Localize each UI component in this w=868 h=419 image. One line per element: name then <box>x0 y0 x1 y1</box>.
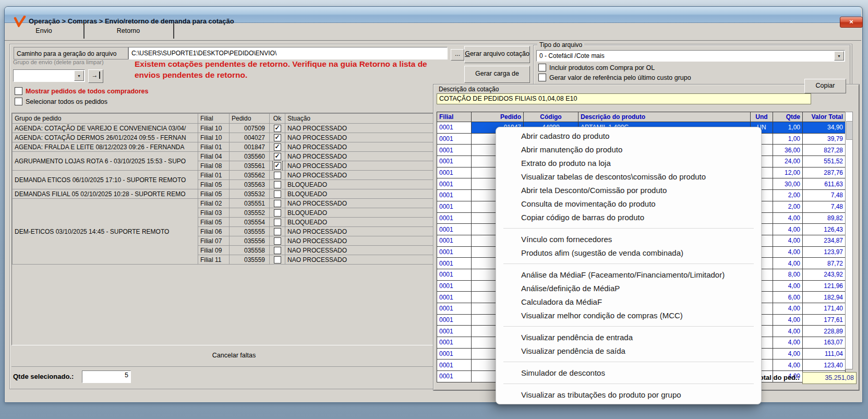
ok-checkbox[interactable] <box>274 181 281 188</box>
context-menu-item[interactable]: Simulador de descontos <box>496 366 761 380</box>
ok-checkbox-cell[interactable] <box>270 180 285 189</box>
checkbox-incluir-ol[interactable]: Incluir produtos com Compra por OL <box>538 64 655 71</box>
cancelar-faltas-button[interactable]: Cancelar faltas <box>11 344 456 367</box>
context-menu-item[interactable]: Extrato do produto na loja <box>496 157 761 170</box>
col-codigo[interactable]: Código <box>524 112 578 122</box>
send-group-combobox[interactable]: ▼ <box>13 69 85 82</box>
tab-envio[interactable]: Envio <box>7 23 80 38</box>
gerar-arquivo-cotacao-button[interactable]: Gerar arquivo cotação <box>464 46 530 63</box>
quote-description-field[interactable]: COTAÇÃO DE PEDIDOS FILIAIS 01,04,08 E10 <box>437 93 811 104</box>
col-pedido[interactable]: Pedido <box>472 112 524 122</box>
order-row[interactable]: AGRUPAMENTO LOJAS ROTA 6 - 03/10/2025 15… <box>13 152 457 161</box>
product-valor-total: 123,40 <box>803 360 846 371</box>
ok-checkbox[interactable] <box>274 228 281 235</box>
col-qtde[interactable]: Qtde <box>773 112 803 122</box>
order-row[interactable]: AGENDA: FRALDA E LEITE 08/12/2023 09:26 … <box>13 142 457 152</box>
col-ok[interactable]: Ok <box>270 114 285 124</box>
ok-checkbox[interactable] <box>274 125 281 132</box>
context-menu-item[interactable]: Análise da MédiaF (Faceamento/Financiame… <box>496 268 761 282</box>
copiar-button[interactable]: Copiar <box>804 79 846 93</box>
order-row[interactable]: DEMANDA ETICOS 06/10/2025 17:10 - SUPORT… <box>13 171 457 180</box>
ok-checkbox-cell[interactable] <box>270 255 285 265</box>
ok-checkbox[interactable] <box>274 247 281 254</box>
checkbox-icon[interactable] <box>538 74 546 81</box>
ok-checkbox-cell[interactable] <box>270 208 285 218</box>
ok-checkbox[interactable] <box>274 162 281 170</box>
chevron-down-icon[interactable]: ▼ <box>74 70 84 81</box>
checkbox-label: Selecionar todos os pedidos <box>26 98 107 105</box>
order-row[interactable]: DEM-ETICOS 03/10/2025 14:45 - SUPORTE RE… <box>13 199 457 208</box>
products-scrollbar[interactable] <box>845 112 853 369</box>
checkbox-valor-referencia[interactable]: Gerar valor de referência pelo último cu… <box>538 74 691 81</box>
col-valor-total[interactable]: Valor Total <box>803 112 846 122</box>
ok-checkbox-cell[interactable] <box>270 236 285 246</box>
ok-checkbox-cell[interactable] <box>270 246 285 255</box>
checkbox-selecionar-todos[interactable]: Selecionar todos os pedidos <box>15 98 107 105</box>
gerar-carga-produtos-button[interactable]: Gerar carga de produtos <box>464 66 530 83</box>
context-menu-item[interactable]: Vínculo com fornecedores <box>496 233 761 246</box>
ok-checkbox[interactable] <box>274 153 281 160</box>
checkbox-icon[interactable] <box>15 87 22 95</box>
ok-checkbox[interactable] <box>274 209 281 217</box>
context-menu-item[interactable]: Abrir tela Desconto/Comissão por produto <box>496 184 761 197</box>
ok-checkbox[interactable] <box>274 256 281 264</box>
ok-checkbox-cell[interactable] <box>270 227 285 236</box>
context-menu-item[interactable]: Visualizar melhor condição de compras (M… <box>496 309 761 322</box>
ok-checkbox-cell[interactable] <box>270 189 285 199</box>
context-menu-item[interactable]: Visualizar as tributações do produto por… <box>496 388 761 402</box>
ok-checkbox-cell[interactable] <box>270 218 285 227</box>
context-menu-item[interactable]: Abrir manutenção do produto <box>496 143 761 157</box>
ok-checkbox-cell[interactable] <box>270 142 285 152</box>
context-menu-item[interactable]: Visualizar pendência de saída <box>496 344 761 358</box>
ok-checkbox[interactable] <box>274 143 281 151</box>
col-descricao[interactable]: Descrição do produto <box>578 112 751 122</box>
products-scrollbar-thumb[interactable] <box>846 121 853 140</box>
checkbox-mostrar-pedidos[interactable]: Mostrar pedidos de todos compradores <box>15 87 148 95</box>
context-menu-item[interactable]: Copiar código de barras do produto <box>496 211 761 224</box>
ok-checkbox[interactable] <box>274 172 281 179</box>
context-menu-item[interactable]: Visualizar tabelas de descontos\comissão… <box>496 170 761 184</box>
menu-separator <box>503 362 754 362</box>
context-menu-item[interactable]: Visualizar pendência de entrada <box>496 331 761 344</box>
ok-checkbox-cell[interactable] <box>270 161 285 171</box>
col-filial[interactable]: Filial <box>198 114 230 124</box>
close-button[interactable]: × <box>840 17 863 28</box>
ok-checkbox[interactable] <box>274 219 281 226</box>
ok-checkbox[interactable] <box>274 134 281 141</box>
apply-group-button[interactable]: → <box>88 69 103 83</box>
context-menu-item[interactable]: Calculadora da MédiaF <box>496 295 761 309</box>
col-situacao[interactable]: Stuação <box>285 114 457 124</box>
order-row[interactable]: DEMANDAS FILIAL 05 02/10/2025 10:28 - SU… <box>13 189 457 199</box>
context-menu-item[interactable]: Consulta de movimentação do produto <box>496 197 761 211</box>
path-input[interactable]: C:\USERS\SUPORTE1\DESKTOP\PEDIDO\ENVIO\ <box>128 47 448 59</box>
tipo-arquivo-combobox[interactable]: 0 - Cotefácil /Cote mais ▼ <box>536 50 845 62</box>
qtde-selecionado-input[interactable]: 5 <box>82 370 131 383</box>
ok-checkbox-cell[interactable] <box>270 199 285 208</box>
ok-checkbox-cell[interactable] <box>270 133 285 142</box>
browse-button[interactable]: ... <box>451 49 464 61</box>
order-row[interactable]: AGENDA: COTAÇÃO DE VAREJO E CONVENIENCIA… <box>13 124 457 133</box>
product-filial: 0001 <box>437 190 472 201</box>
checkbox-icon[interactable] <box>538 64 546 71</box>
ok-checkbox[interactable] <box>274 190 281 198</box>
tab-retorno[interactable]: Retorno <box>87 23 170 38</box>
order-row[interactable]: AGENDA: COTAÇÃO DERMOS 26/01/2024 09:55 … <box>13 133 457 142</box>
context-menu-item[interactable]: Abrir cadastro do produto <box>496 129 761 143</box>
context-menu-item[interactable]: Produtos afim (sugestão de venda combina… <box>496 246 761 260</box>
context-menu-item[interactable]: Análise/definição de MédiaP <box>496 282 761 295</box>
checkbox-icon[interactable] <box>15 98 22 105</box>
chevron-down-icon[interactable]: ▼ <box>834 51 844 61</box>
ok-checkbox-cell[interactable] <box>270 152 285 161</box>
col-pedido[interactable]: Pedido <box>230 114 270 124</box>
col-grupo-pedido[interactable]: Grupo de pedido <box>13 114 198 124</box>
col-filial[interactable]: Filial <box>437 112 472 122</box>
ok-checkbox-cell[interactable] <box>270 124 285 133</box>
product-qtde: 4,00 <box>773 280 803 292</box>
ok-checkbox-cell[interactable] <box>270 171 285 180</box>
order-filial: Filial 10 <box>198 133 230 142</box>
ok-checkbox[interactable] <box>274 237 281 245</box>
order-pedido: 001847 <box>230 142 270 152</box>
order-situacao: NAO PROCESSADO <box>285 124 457 133</box>
col-und[interactable]: Und <box>751 112 773 122</box>
ok-checkbox[interactable] <box>274 200 281 207</box>
